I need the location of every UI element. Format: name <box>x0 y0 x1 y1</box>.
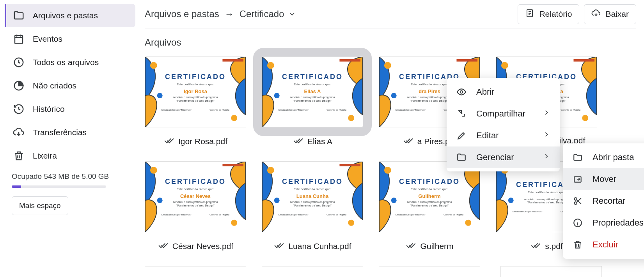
folder-icon <box>456 152 467 163</box>
file-name: César Neves.pdf <box>172 242 233 251</box>
download-cloud-icon <box>591 9 601 20</box>
section-title: Arquivos <box>145 37 636 48</box>
check-icon <box>158 240 168 252</box>
menu-item-label: Abrir <box>476 87 494 97</box>
file-name: Guilherm <box>420 242 453 251</box>
check-icon <box>163 135 174 147</box>
storage-bar <box>12 185 106 188</box>
sidebar-item-label: Histórico <box>33 104 65 114</box>
menu-item-label: Editar <box>476 131 499 141</box>
file-card[interactable]: CERTIFICADO Este certificado atesta que:… <box>262 161 363 252</box>
report-icon <box>525 9 534 20</box>
scissors-icon <box>572 196 583 206</box>
menu-item-label: Propriedades do arquivo <box>593 218 644 228</box>
sidebar-item-label: Não criados <box>33 81 76 90</box>
menu-item-gerenciar[interactable]: Gerenciar <box>447 146 560 168</box>
check-icon <box>293 135 303 147</box>
download-button[interactable]: Baixar <box>584 4 636 24</box>
storage-block: Ocupado 543 MB de 5.00 GB Mais espaço <box>5 168 135 217</box>
file-name: Luana Cunha.pdf <box>288 242 351 251</box>
history-icon <box>12 102 26 116</box>
more-space-button[interactable]: Mais espaço <box>12 196 68 215</box>
pie-icon <box>12 79 26 93</box>
file-card[interactable]: CERTIFICADO Este certificado atesta que:… <box>145 161 246 252</box>
check-icon <box>273 240 284 252</box>
share-icon <box>456 108 467 119</box>
info-icon <box>572 217 583 228</box>
main: Arquivos e pastas → Certificado Relatóri… <box>138 0 644 277</box>
sidebar-item-events[interactable]: Eventos <box>5 27 135 51</box>
menu-item-propriedades-do-arquivo[interactable]: Propriedades do arquivo <box>563 212 644 234</box>
trash-icon <box>572 239 583 250</box>
folder-icon <box>12 9 26 23</box>
file-thumbnail: CERTIFICADO Este certificado atesta que:… <box>262 161 363 232</box>
menu-item-label: Recortar <box>593 196 625 206</box>
file-name: Igor Rosa.pdf <box>178 137 227 146</box>
sidebar-item-label: Lixeira <box>33 151 57 161</box>
context-submenu: Abrir pasta Mover Recortar Propriedades … <box>563 143 644 259</box>
divider <box>145 28 636 28</box>
download-cloud-icon <box>12 125 26 139</box>
report-button[interactable]: Relatório <box>518 4 579 24</box>
file-card[interactable]: CERTIFICADO Este certificado atesta que:… <box>262 56 363 147</box>
file-thumbnail: CERTIFICADO Este certificado atesta que:… <box>145 56 246 127</box>
file-caption: Elias A <box>262 135 363 147</box>
grid-row-peek <box>145 266 602 277</box>
sidebar-item-transfers[interactable]: Transferências <box>5 121 135 144</box>
clock-icon <box>12 55 26 69</box>
menu-item-label: Gerenciar <box>476 152 514 162</box>
file-grid: CERTIFICADO Este certificado atesta que:… <box>145 56 636 252</box>
chevron-down-icon <box>288 10 296 18</box>
file-name: s.pdf <box>545 242 563 251</box>
pencil-icon <box>456 130 467 141</box>
sidebar: Arquivos e pastas Eventos Todos os arqui… <box>0 0 138 277</box>
check-icon <box>530 240 540 252</box>
sidebar-item-label: Eventos <box>33 34 62 44</box>
file-thumbnail: CERTIFICADO Este certificado atesta que:… <box>262 56 363 127</box>
chevron-right-icon <box>543 152 550 162</box>
menu-item-mover[interactable]: Mover <box>563 168 644 190</box>
file-caption: Luana Cunha.pdf <box>262 240 363 252</box>
menu-item-label: Compartilhar <box>476 109 525 119</box>
breadcrumb-current[interactable]: Certificado <box>240 9 296 19</box>
menu-item-compartilhar[interactable]: Compartilhar <box>447 103 560 125</box>
arrow-right-icon: → <box>225 9 234 19</box>
menu-item-label: Mover <box>593 174 616 184</box>
file-thumbnail: CERTIFICADO Este certificado atesta que:… <box>379 161 480 232</box>
menu-item-editar[interactable]: Editar <box>447 125 560 146</box>
menu-item-excluir[interactable]: Excluir <box>563 234 644 256</box>
chevron-right-icon <box>543 109 550 119</box>
topbar: Arquivos e pastas → Certificado Relatóri… <box>145 4 636 24</box>
file-card[interactable]: CERTIFICADO Este certificado atesta que:… <box>145 56 246 147</box>
menu-item-label: Abrir pasta <box>593 152 634 162</box>
sidebar-item-trash[interactable]: Lixeira <box>5 144 135 168</box>
file-caption: Igor Rosa.pdf <box>145 135 246 147</box>
sidebar-item-all-files[interactable]: Todos os arquivos <box>5 51 135 74</box>
eye-icon <box>456 86 467 97</box>
svg-rect-0 <box>15 35 23 43</box>
menu-item-recortar[interactable]: Recortar <box>563 190 644 212</box>
file-caption: Guilherm <box>379 240 480 252</box>
move-folder-icon <box>572 174 583 185</box>
folder-outline-icon <box>572 152 583 163</box>
menu-item-abrir-pasta[interactable]: Abrir pasta <box>563 146 644 168</box>
check-icon <box>403 135 413 147</box>
chevron-right-icon <box>543 131 550 141</box>
check-icon <box>405 240 415 252</box>
menu-item-abrir[interactable]: Abrir <box>447 81 560 103</box>
file-thumbnail: CERTIFICADO Este certificado atesta que:… <box>145 161 246 232</box>
context-menu: Abrir Compartilhar Editar Gerenciar <box>447 78 560 171</box>
breadcrumb-root[interactable]: Arquivos e pastas <box>145 9 219 19</box>
topbar-buttons: Relatório Baixar <box>518 4 636 24</box>
sidebar-item-history[interactable]: Histórico <box>5 97 135 121</box>
sidebar-item-label: Transferências <box>33 128 87 137</box>
sidebar-item-files[interactable]: Arquivos e pastas <box>5 4 135 27</box>
breadcrumb: Arquivos e pastas → Certificado <box>145 9 296 19</box>
calendar-icon <box>12 32 26 46</box>
file-card[interactable]: CERTIFICADO Este certificado atesta que:… <box>379 161 480 252</box>
sidebar-item-label: Todos os arquivos <box>33 58 99 67</box>
file-name: Elias A <box>307 137 332 146</box>
sidebar-item-not-created[interactable]: Não criados <box>5 74 135 97</box>
trash-icon <box>12 149 26 163</box>
svg-point-36 <box>460 91 463 94</box>
